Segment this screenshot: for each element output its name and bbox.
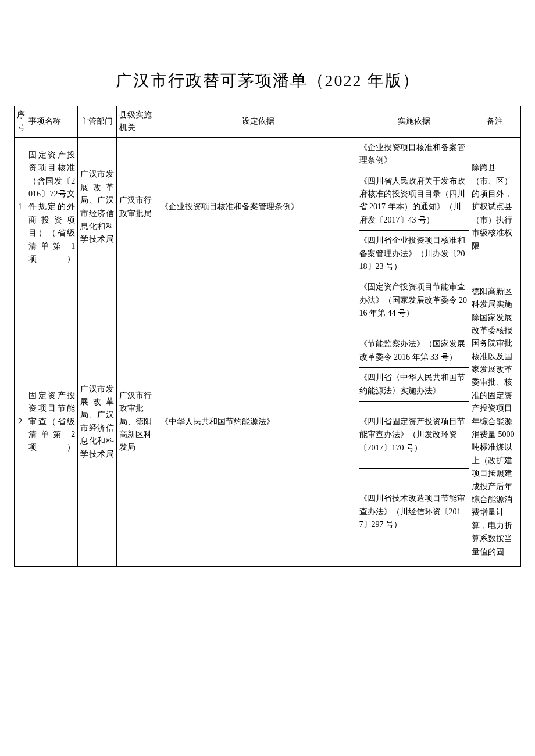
table-row: 1 固定资产投资项目核准（含国发〔2016〕72号文件规定的外商投资项目）（省级…: [15, 137, 521, 277]
cell-impl: 《固定资产投资项目节能审查办法》（国家发展改革委令 2016 年第 44 号） …: [359, 277, 469, 567]
header-basis: 设定依据: [158, 106, 359, 138]
impl-item: 《固定资产投资项目节能审查办法》（国家发展改革委令 2016 年第 44 号）: [359, 277, 469, 334]
cell-dept: 广汉市发展改革局、广汉市经济信息化和科学技术局: [78, 137, 117, 277]
header-dept: 主管部门: [78, 106, 117, 138]
impl-item: 《企业投资项目核准和备案管理条例》: [359, 138, 469, 171]
impl-item: 《四川省企业投资项目核准和备案管理办法》（川办发〔2018〕23 号）: [359, 230, 469, 277]
cell-agency: 广汉市行政审批局: [116, 137, 158, 277]
header-seq: 序号: [15, 106, 26, 138]
cell-name: 固定资产投资项目核准（含国发〔2016〕72号文件规定的外商投资项目）（省级清单…: [26, 137, 78, 277]
header-note: 备注: [469, 106, 520, 138]
impl-item: 《四川省〈中华人民共和国节约能源法〉实施办法》: [359, 367, 469, 401]
header-name: 事项名称: [26, 106, 78, 138]
cell-seq: 1: [15, 137, 26, 277]
cell-seq: 2: [15, 277, 26, 567]
impl-item: 《四川省固定资产投资项目节能审查办法》（川发改环资〔2017〕170 号）: [359, 401, 469, 468]
permit-table: 序号 事项名称 主管部门 县级实施机关 设定依据 实施依据 备注 1 固定资产投…: [14, 106, 521, 567]
impl-item: 《四川省技术改造项目节能审查办法》（川经信环资〔2017〕297 号）: [359, 468, 469, 566]
impl-item: 《四川省人民政府关于发布政府核准的投资项目目录（四川省 2017 年本）的通知》…: [359, 171, 469, 231]
cell-note: 除跨县（市、区）的项目外，扩权试点县（市）执行市级核准权限: [469, 137, 520, 277]
cell-basis: 《中华人民共和国节约能源法》: [158, 277, 359, 567]
header-impl: 实施依据: [359, 106, 469, 138]
header-agency: 县级实施机关: [116, 106, 158, 138]
table-header-row: 序号 事项名称 主管部门 县级实施机关 设定依据 实施依据 备注: [15, 106, 521, 138]
cell-impl: 《企业投资项目核准和备案管理条例》 《四川省人民政府关于发布政府核准的投资项目目…: [359, 137, 469, 277]
cell-agency: 广汉市行政审批局、德阳高新区科发局: [116, 277, 158, 567]
cell-note: 德阳高新区科发局实施除国家发展改革委核报国务院审批核准以及国家发展改革委审批、核…: [469, 277, 520, 567]
table-row: 2 固定资产投资项目节能审查（省级清单第 2 项） 广汉市发展改革局、广汉市经济…: [15, 277, 521, 567]
impl-item: 《节能监察办法》（国家发展改革委令 2016 年第 33 号）: [359, 334, 469, 367]
page-title: 广汉市行政替可茅项潘单（2022 年版）: [14, 70, 521, 92]
cell-name: 固定资产投资项目节能审查（省级清单第 2 项）: [26, 277, 78, 567]
cell-dept: 广汉市发展改革局、广汉市经济信息化和科学技术局: [78, 277, 117, 567]
cell-basis: 《企业投资项目核准和备案管理条例》: [158, 137, 359, 277]
